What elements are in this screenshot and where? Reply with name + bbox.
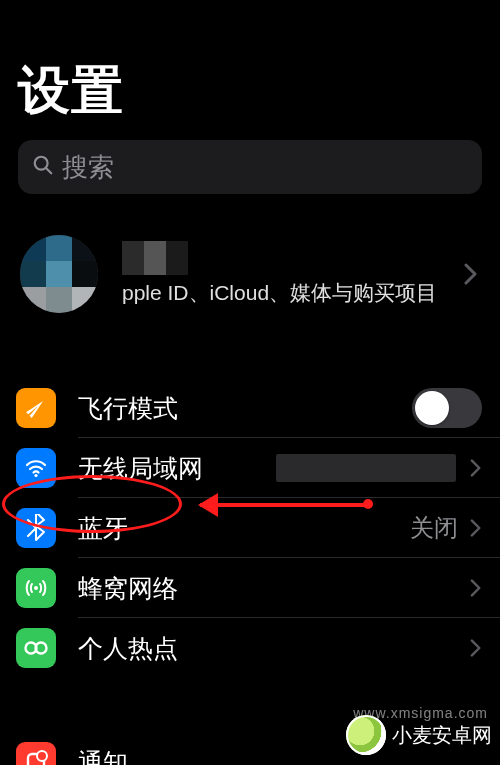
watermark: 小麦安卓网 <box>346 715 492 755</box>
search-placeholder: 搜索 <box>62 150 114 185</box>
cellular-row[interactable]: 蜂窝网络 <box>0 558 500 618</box>
row-label: 无线局域网 <box>78 452 276 485</box>
chevron-right-icon <box>470 459 482 477</box>
airplane-icon <box>16 388 56 428</box>
chevron-right-icon <box>464 263 478 285</box>
notifications-icon <box>16 742 56 765</box>
avatar <box>20 235 98 313</box>
chevron-right-icon <box>470 519 482 537</box>
svg-point-2 <box>34 474 37 477</box>
row-label: 蜂窝网络 <box>78 572 462 605</box>
svg-line-1 <box>46 168 51 173</box>
wifi-icon <box>16 448 56 488</box>
search-icon <box>32 154 54 180</box>
hotspot-row[interactable]: 个人热点 <box>0 618 500 678</box>
wifi-row[interactable]: 无线局域网 <box>0 438 500 498</box>
page-title: 设置 <box>0 0 500 136</box>
row-label: 个人热点 <box>78 632 462 665</box>
svg-point-3 <box>34 586 38 590</box>
row-label: 飞行模式 <box>78 392 412 425</box>
hotspot-icon <box>16 628 56 668</box>
row-value: 关闭 <box>410 512 458 544</box>
watermark-logo-icon <box>346 715 386 755</box>
airplane-toggle[interactable] <box>412 388 482 428</box>
watermark-text: 小麦安卓网 <box>392 722 492 749</box>
profile-subtitle: pple ID、iCloud、媒体与购买项目 <box>122 279 456 307</box>
cellular-icon <box>16 568 56 608</box>
apple-id-row[interactable]: pple ID、iCloud、媒体与购买项目 <box>0 224 500 324</box>
row-label: 蓝牙 <box>78 512 410 545</box>
svg-point-7 <box>37 751 47 761</box>
chevron-right-icon <box>470 639 482 657</box>
bluetooth-row[interactable]: 蓝牙 关闭 <box>0 498 500 558</box>
chevron-right-icon <box>470 579 482 597</box>
bluetooth-icon <box>16 508 56 548</box>
wifi-value-hidden <box>276 454 456 482</box>
airplane-mode-row[interactable]: 飞行模式 <box>0 378 500 438</box>
search-input[interactable]: 搜索 <box>18 140 482 194</box>
profile-name <box>122 241 456 276</box>
